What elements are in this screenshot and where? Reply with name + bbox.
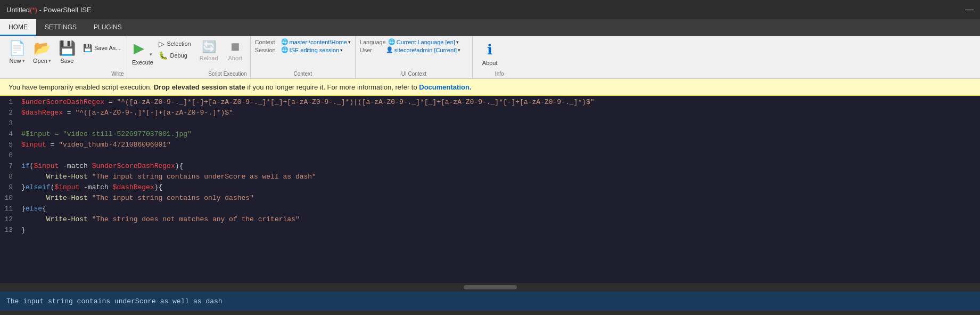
warning-banner: You have temporarily enabled script exec… <box>0 79 980 96</box>
token-op: } <box>21 226 26 234</box>
execute-icon: ▶ <box>134 40 144 56</box>
token-op <box>88 173 92 181</box>
token-op: -match <box>79 183 112 191</box>
token-str: "^([a-zA-Z0-9-.]*[-]+[a-zA-Z0-9-.]*)$" <box>75 109 233 117</box>
token-var: $input <box>54 183 79 191</box>
token-op <box>88 194 92 202</box>
context-arrow-icon: ▾ <box>348 39 351 45</box>
token-op: ){ <box>175 162 184 170</box>
session-arrow-icon: ▾ <box>340 47 343 53</box>
context-row: Context 🌐 master:\content\Home ▾ <box>255 38 351 45</box>
ribbon-group-context: Context 🌐 master:\content\Home ▾ Session… <box>251 36 356 78</box>
context-group-label: Context <box>255 71 351 78</box>
minimize-button[interactable]: — <box>965 5 974 14</box>
reload-label: Reload <box>200 55 218 61</box>
title-asterisk: (*) <box>30 6 37 14</box>
about-group-label: Info <box>495 70 504 78</box>
ribbon-group-ui-context: Language 🌐 Current Language [en] ▾ User … <box>356 36 473 78</box>
user-arrow-icon: ▾ <box>458 47 460 53</box>
token-str: "^([a-zA-Z0-9-._]*[-]+[a-zA-Z0-9-._]*[_]… <box>117 98 594 106</box>
token-op <box>21 173 46 181</box>
selection-icon: ▷ <box>159 39 164 48</box>
reload-icon: 🔄 <box>202 40 216 54</box>
new-button[interactable]: 📄 New ▾ <box>5 38 29 66</box>
code-line: 11}else{ <box>0 205 980 215</box>
token-comment: #$input = "video-still-5226977037001.jpg… <box>21 130 192 138</box>
line-number: 5 <box>0 141 21 149</box>
saveas-label: Save As... <box>94 45 121 51</box>
open-label: Open <box>33 58 47 64</box>
title-app: - PowerShell ISE <box>37 6 92 14</box>
saveas-icon: 💾 <box>83 44 92 52</box>
language-icon: 🌐 <box>388 38 396 45</box>
token-str: "The string does not matches any of the … <box>92 215 300 223</box>
session-row-label: Session <box>255 47 279 53</box>
code-line: 4#$input = "video-still-5226977037001.jp… <box>0 130 980 141</box>
token-op: } <box>21 183 26 191</box>
language-value-text: Current Language [en] <box>397 39 455 45</box>
save-button[interactable]: 💾 Save <box>55 38 79 66</box>
token-str: "video_thumb-4721086006001" <box>59 141 171 149</box>
token-op: } <box>21 205 26 213</box>
token-var: $underScoreDashRegex <box>92 162 175 170</box>
line-number: 3 <box>0 119 21 127</box>
documentation-link[interactable]: Documentation. <box>419 83 471 91</box>
context-value-text: master:\content\Home <box>290 39 347 45</box>
debug-label: Debug <box>170 52 187 59</box>
open-icon: 📂 <box>34 40 51 56</box>
code-line: 8 Write-Host "The input string contains … <box>0 173 980 183</box>
line-content: Write-Host "The input string contains un… <box>21 173 316 181</box>
write-group-label: Write <box>111 70 123 78</box>
line-number: 12 <box>0 215 21 223</box>
ribbon-group-execute-content: ▶ ▾ Execute ▷ Selection 🐛 Debug 🔄 <box>130 38 246 70</box>
execute-section: ▶ ▾ Execute <box>130 38 154 66</box>
line-number: 1 <box>0 98 21 106</box>
saveas-button[interactable]: 💾 Save As... <box>80 43 124 53</box>
save-icon: 💾 <box>59 40 76 56</box>
token-str: "The input string contains underScore as… <box>92 173 316 181</box>
line-number: 4 <box>0 130 21 138</box>
token-method: Write-Host <box>46 215 88 223</box>
execute-button[interactable]: ▶ <box>130 38 147 58</box>
context-value-button[interactable]: 🌐 master:\content\Home ▾ <box>281 38 351 45</box>
selection-debug-col: ▷ Selection 🐛 Debug <box>155 38 194 61</box>
token-str: "The input string contains only dashes" <box>92 194 254 202</box>
line-content: $underScoreDashRegex = "^([a-zA-Z0-9-._]… <box>21 98 595 106</box>
about-button[interactable]: ℹ About <box>476 38 504 69</box>
session-value-button[interactable]: 🌐 ISE editing session ▾ <box>281 46 343 53</box>
menu-plugins[interactable]: PLUGINS <box>85 19 130 36</box>
context-globe-icon: 🌐 <box>281 38 289 45</box>
token-var: $underScoreDashRegex <box>21 98 104 106</box>
line-number: 6 <box>0 151 21 159</box>
open-button[interactable]: 📂 Open ▾ <box>30 38 54 66</box>
user-row-label: User <box>360 47 384 53</box>
token-op: ){ <box>154 183 163 191</box>
token-op: -match <box>59 162 92 170</box>
ribbon: 📄 New ▾ 📂 Open ▾ 💾 Save <box>0 36 980 79</box>
new-icon: 📄 <box>9 40 26 56</box>
abort-button: ⏹ Abort <box>224 38 247 63</box>
execute-dropdown-arrow[interactable]: ▾ <box>147 38 154 58</box>
user-value-text: sitecore\admin [Current] <box>394 47 457 53</box>
token-var: $input <box>34 162 59 170</box>
line-content: #$input = "video-still-5226977037001.jpg… <box>21 130 192 138</box>
line-content: Write-Host "The string does not matches … <box>21 215 300 223</box>
ribbon-group-about: ℹ About Info <box>473 36 507 78</box>
horizontal-scrollbar[interactable] <box>0 283 980 292</box>
new-label: New <box>9 58 21 64</box>
menu-home[interactable]: HOME <box>0 19 36 36</box>
code-line: 1$underScoreDashRegex = "^([a-zA-Z0-9-._… <box>0 98 980 109</box>
code-editor[interactable]: 1$underScoreDashRegex = "^([a-zA-Z0-9-._… <box>0 96 980 283</box>
user-value-button[interactable]: 👤 sitecore\admin [Current] ▾ <box>386 46 460 53</box>
hscroll-thumb[interactable] <box>464 285 517 289</box>
language-row-label: Language <box>360 39 386 45</box>
selection-label: Selection <box>167 41 191 47</box>
language-value-button[interactable]: 🌐 Current Language [en] ▾ <box>388 38 459 45</box>
menu-settings[interactable]: SETTINGS <box>36 19 85 36</box>
language-row: Language 🌐 Current Language [en] ▾ <box>360 38 468 45</box>
statusbar-text: The input string contains underScore as … <box>6 297 223 305</box>
selection-button[interactable]: ▷ Selection <box>155 38 194 49</box>
debug-button[interactable]: 🐛 Debug <box>155 50 194 61</box>
session-row: Session 🌐 ISE editing session ▾ <box>255 46 351 53</box>
token-keyword: else <box>26 205 42 213</box>
